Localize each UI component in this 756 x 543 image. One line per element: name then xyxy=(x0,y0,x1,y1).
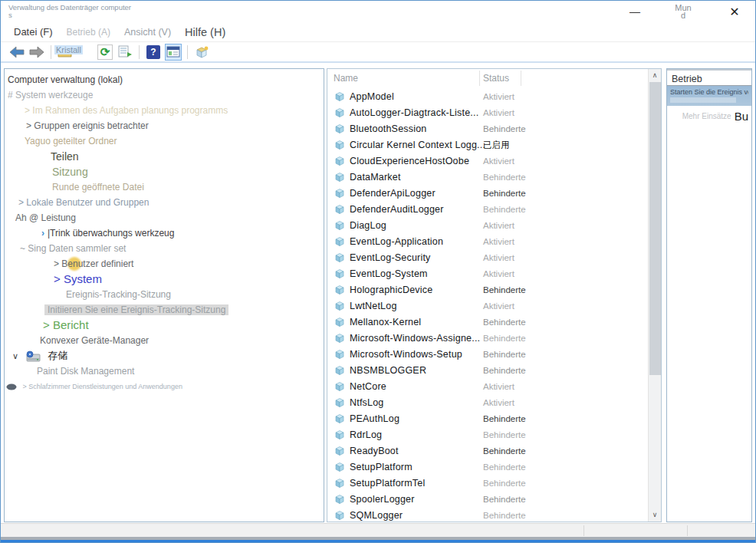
menu-item-ansicht[interactable]: Ansicht (V) xyxy=(117,27,178,38)
table-row[interactable]: NBSMBLOGGERBehinderte xyxy=(327,363,648,379)
tree-item[interactable]: Ereignis-Tracking-Sitzung xyxy=(5,287,324,302)
table-row[interactable]: NtfsLogAktiviert xyxy=(327,395,648,411)
table-row[interactable]: Microsoft-Windows-SetupBehinderte xyxy=(327,347,648,363)
help-button[interactable]: ? xyxy=(145,44,162,61)
list-rows: AppModelAktiviert AutoLogger-Diagtrack-L… xyxy=(327,89,648,522)
tree-item[interactable]: Paint Disk Management xyxy=(5,364,324,379)
table-row[interactable]: DefenderAuditLoggerBehinderte xyxy=(327,202,648,218)
column-header-status[interactable]: Status xyxy=(483,73,509,84)
trace-cube-icon xyxy=(334,397,345,408)
tree-item[interactable]: # System werkzeuge xyxy=(5,87,324,103)
table-row[interactable]: EventLog-ApplicationAktiviert xyxy=(327,234,648,250)
table-row[interactable]: EventLog-SecurityAktiviert xyxy=(327,250,648,266)
menu-item-betrieb[interactable]: Betrieb (A) xyxy=(60,27,117,38)
row-status: Behinderte xyxy=(483,363,526,379)
table-row[interactable]: NetCoreAktiviert xyxy=(327,379,648,395)
row-status: Behinderte xyxy=(483,186,526,202)
selected-action-item[interactable]: Starten Sie die Ereignis verfolg xyxy=(667,86,751,106)
menu-item-datei[interactable]: Datei (F) xyxy=(7,26,60,38)
forward-button[interactable] xyxy=(28,44,45,61)
table-row[interactable]: RdrLogBehinderte xyxy=(327,427,648,443)
tree-item-label: |Trink überwachungs werkzeug xyxy=(48,228,174,239)
menu-item-hilfe[interactable]: Hilfe (H) xyxy=(178,26,232,38)
tree-item[interactable]: > Gruppen ereignis betrachter xyxy=(5,118,324,133)
more-actions-suffix: Bu xyxy=(735,110,748,123)
tree-item-label: > Lokale Benutzer und Gruppen xyxy=(18,197,149,208)
refresh-button[interactable]: ⟳ xyxy=(97,44,113,61)
back-button[interactable] xyxy=(8,44,25,61)
more-actions-item[interactable]: Mehr Einsätze Bu xyxy=(667,106,751,126)
row-name: DataMarket xyxy=(350,169,401,186)
scroll-thumb[interactable] xyxy=(649,82,661,375)
table-row[interactable]: AppModelAktiviert xyxy=(327,89,648,105)
table-row[interactable]: AutoLogger-Diagtrack-Liste...Aktiviert xyxy=(327,105,648,121)
column-divider[interactable] xyxy=(479,71,480,86)
row-status: Behinderte xyxy=(483,347,526,363)
tree-item[interactable]: ›|Trink überwachungs werkzeug xyxy=(5,225,324,241)
table-row[interactable]: SetupPlatformBehinderte xyxy=(327,459,648,476)
tree-item[interactable]: > Benutzer definiert xyxy=(5,256,324,272)
tree-item[interactable]: Konvexer Geräte-Manager xyxy=(5,333,324,348)
tree-item[interactable]: > Schlafzimmer Dienstleistungen und Anwe… xyxy=(5,379,324,394)
disk-drive-icon xyxy=(25,350,41,363)
table-row[interactable]: LwtNetLogAktiviert xyxy=(327,298,648,314)
table-row[interactable]: Circular Kernel Context Logg...已启用 xyxy=(327,137,648,153)
table-row[interactable]: Mellanox-KernelBehinderte xyxy=(327,314,648,331)
table-row[interactable]: HolographicDeviceBehinderte xyxy=(327,282,648,298)
trace-cube-icon xyxy=(334,494,345,505)
table-row[interactable]: DataMarketBehinderte xyxy=(327,169,648,186)
console-window-button[interactable] xyxy=(165,44,182,61)
table-row[interactable]: CloudExperienceHostOobeAktiviert xyxy=(327,153,648,169)
toolbar: Kristall ⟳ ? xyxy=(1,42,755,63)
table-row[interactable]: DefenderApiLoggerBehinderte xyxy=(327,186,648,202)
trace-cube-icon xyxy=(334,365,345,376)
row-status: Aktiviert xyxy=(483,234,514,250)
row-name: PEAuthLog xyxy=(350,411,399,427)
computer-management-window: Verwaltung des Datenträger computer s — … xyxy=(0,0,756,543)
trace-cube-icon xyxy=(334,413,345,424)
row-name: SQMLogger xyxy=(350,508,403,522)
column-header-name[interactable]: Name xyxy=(334,73,358,84)
tree-item[interactable]: Initiieren Sie eine Ereignis-Tracking-Si… xyxy=(5,302,324,318)
tree-item[interactable]: > Im Rahmen des Aufgaben planungs progra… xyxy=(5,103,324,118)
row-status: Aktiviert xyxy=(483,218,514,234)
tree-item[interactable]: Yaguo geteilter Ordner xyxy=(5,133,324,149)
minimize-button[interactable]: — xyxy=(617,5,652,18)
scroll-down-button[interactable]: ∨ xyxy=(649,508,661,522)
new-window-button[interactable] xyxy=(193,44,210,61)
table-row[interactable]: Microsoft-Windows-Assigne...Behinderte xyxy=(327,331,648,347)
tree-item[interactable]: ~ Sing Daten sammler set xyxy=(5,241,324,256)
table-row[interactable]: ReadyBootBehinderte xyxy=(327,443,648,459)
row-status: Behinderte xyxy=(483,121,526,137)
selected-action-subtext xyxy=(670,97,736,103)
status-separator xyxy=(583,525,584,536)
maximize-button[interactable]: Mun d xyxy=(652,4,714,19)
tree-item[interactable]: > Lokale Benutzer und Gruppen xyxy=(5,195,324,210)
tree-item[interactable]: Computer verwaltung (lokal) xyxy=(5,72,324,87)
list-scrollbar[interactable]: ∧ ∨ xyxy=(648,69,661,522)
tree-item[interactable]: Sitzung xyxy=(5,164,324,179)
row-status: Aktiviert xyxy=(483,89,514,105)
export-list-button[interactable] xyxy=(117,44,133,61)
tree-chevron-icon[interactable]: ∨ xyxy=(12,351,18,360)
table-row[interactable]: BluetoothSessionBehinderte xyxy=(327,121,648,137)
column-divider[interactable] xyxy=(521,71,521,86)
tree-item[interactable]: ∨ 存储 xyxy=(5,348,324,364)
tree-item[interactable]: > System xyxy=(5,272,324,287)
table-row[interactable]: EventLog-SystemAktiviert xyxy=(327,266,648,282)
table-row[interactable]: DiagLogAktiviert xyxy=(327,218,648,234)
tree-item[interactable]: > Bericht xyxy=(5,318,324,333)
tree-chevron-icon[interactable]: › xyxy=(41,228,44,239)
table-row[interactable]: SpoolerLoggerBehinderte xyxy=(327,492,648,508)
close-button[interactable]: ✕ xyxy=(714,5,755,19)
console-window-icon xyxy=(166,46,180,58)
table-row[interactable]: SetupPlatformTelBehinderte xyxy=(327,476,648,492)
table-row[interactable]: PEAuthLogBehinderte xyxy=(327,411,648,427)
status-separator xyxy=(687,525,688,536)
tree-item[interactable]: Runde geöffnete Datei xyxy=(5,179,324,195)
tree-item[interactable]: Ah @ Leistung xyxy=(5,210,324,225)
tree-item[interactable]: Teilen xyxy=(5,149,324,164)
scroll-up-button[interactable]: ∧ xyxy=(649,69,661,82)
actions-panel: Betrieb Starten Sie die Ereignis verfolg… xyxy=(666,68,752,522)
table-row[interactable]: SQMLoggerBehinderte xyxy=(327,508,648,522)
